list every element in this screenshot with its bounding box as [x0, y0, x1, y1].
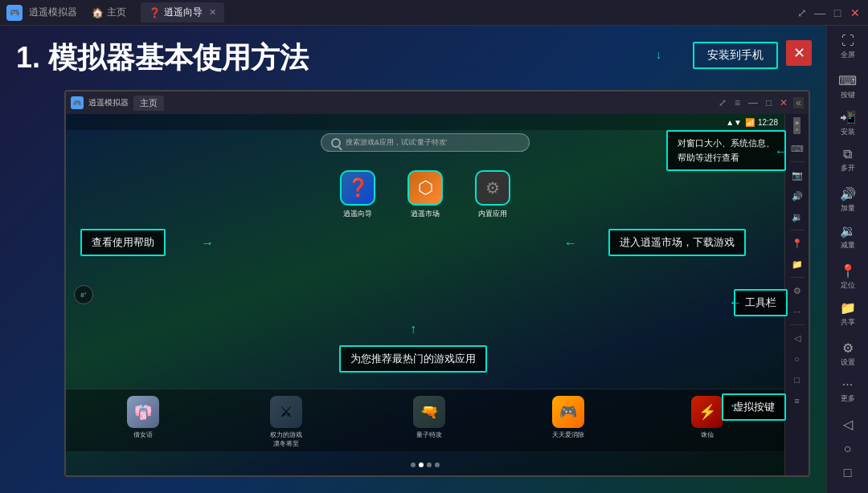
- home-tab-label: 主页: [107, 6, 126, 19]
- emu-title-text: 逍遥模拟器: [88, 97, 129, 108]
- share-icon: 📁: [840, 300, 856, 316]
- fullscreen-btn[interactable]: ⤢: [796, 6, 809, 19]
- rt-keyboard-label: 按键: [841, 90, 855, 100]
- emu-title-bar: 🎮 逍遥模拟器 主页 ⤢ ≡ — □ ✕ «: [66, 92, 809, 114]
- app-icon-guide[interactable]: ❓ 逍遥向导: [340, 170, 375, 219]
- rt-back[interactable]: ◁: [832, 414, 864, 435]
- annotation-recommend: 为您推荐最热门的游戏应用: [339, 345, 487, 373]
- annotation-help: 查看使用帮助: [80, 229, 166, 256]
- arrow-market: ←: [564, 236, 577, 251]
- main-area: 1. 模拟器基本使用方法 安装到手机 ↓ ✕ 🎮 逍遥模拟器 主页 ⤢ ≡ — …: [0, 26, 868, 493]
- close-btn[interactable]: ✕: [849, 6, 862, 19]
- rt-keyboard[interactable]: ⌨ 按键: [832, 70, 864, 104]
- maximize-btn[interactable]: □: [831, 6, 844, 19]
- app-logo: 🎮: [6, 5, 23, 21]
- tab-home[interactable]: 🏠 主页: [84, 2, 134, 22]
- annotation-market: 进入逍遥市场，下载游戏: [608, 229, 746, 256]
- tb-home[interactable]: ○: [788, 349, 807, 369]
- search-icon: [331, 138, 341, 148]
- emu-menu-btn[interactable]: ≡: [732, 97, 743, 108]
- tutorial-close-button[interactable]: ✕: [786, 40, 812, 66]
- rt-fullscreen[interactable]: ⛶ 全屏: [832, 31, 864, 63]
- tb-more[interactable]: ···: [788, 302, 807, 321]
- dot-4: [435, 462, 440, 467]
- guide-tab-close[interactable]: ✕: [209, 7, 216, 18]
- market-icon: ⬡: [407, 170, 443, 206]
- tb-settings[interactable]: ⚙: [788, 281, 807, 300]
- pagination-dots: [411, 462, 440, 467]
- annotation-help-text: 查看使用帮助: [92, 236, 154, 248]
- recents-icon: □: [844, 466, 852, 480]
- rt-menu-nav[interactable]: ≡: [832, 487, 864, 493]
- tb-menu[interactable]: ≡: [788, 391, 807, 410]
- arrow-recommend: ↑: [410, 322, 416, 336]
- guide-icon: ❓: [340, 170, 375, 206]
- vol-down-icon: 🔉: [840, 223, 856, 238]
- arrow-virtual-keys: ←: [729, 398, 742, 413]
- tab-guide[interactable]: ❓ 逍遥向导 ✕: [141, 2, 224, 22]
- rt-multi[interactable]: ⧉ 多开: [832, 144, 864, 177]
- builtin-icon: ⚙: [475, 170, 510, 206]
- rt-more[interactable]: ··· 更多: [832, 374, 864, 407]
- game-label-4: 天天爱消除: [552, 430, 584, 439]
- rec-game-3[interactable]: 🔫 量子特攻: [413, 396, 445, 448]
- rt-settings[interactable]: ⚙ 设置: [832, 337, 864, 371]
- rec-game-2[interactable]: ⚔ 权力的游戏 凛冬将至: [266, 396, 306, 448]
- emu-collapse-btn[interactable]: «: [793, 97, 804, 108]
- settings-icon: ⚙: [842, 340, 854, 356]
- dot-2: [419, 462, 424, 467]
- rec-game-4[interactable]: 🎮 天天爱消除: [552, 396, 584, 448]
- rt-recents-nav[interactable]: □: [832, 462, 864, 483]
- tb-back[interactable]: ◁: [788, 328, 807, 348]
- app-name: 逍遥模拟器: [29, 6, 77, 19]
- emu-resize-btn[interactable]: ⤢: [716, 97, 729, 108]
- tb-vol-down[interactable]: 🔉: [788, 207, 807, 226]
- tb-recents[interactable]: □: [788, 370, 807, 389]
- emu-max-btn[interactable]: □: [764, 97, 774, 108]
- game-label-3: 量子特攻: [416, 430, 442, 439]
- app-icon-builtin[interactable]: ⚙ 内置应用: [475, 170, 510, 219]
- rt-location-label: 定位: [841, 280, 855, 291]
- tutorial-panel: 1. 模拟器基本使用方法 安装到手机 ↓ ✕ 🎮 逍遥模拟器 主页 ⤢ ≡ — …: [0, 26, 826, 493]
- tb-vol-up[interactable]: 🔊: [788, 186, 807, 206]
- rec-game-5[interactable]: ⚡ 诛仙: [691, 396, 723, 448]
- time-display: 12:28: [758, 118, 778, 127]
- tb-screenshot[interactable]: 📷: [788, 165, 807, 185]
- emu-close-btn[interactable]: ✕: [777, 97, 790, 108]
- temperature-badge: 8°: [74, 285, 93, 304]
- toolbar-sep-2: [790, 230, 805, 230]
- rt-install[interactable]: 📲 安装: [832, 107, 864, 141]
- rec-games-row: 👘 倩女语 ⚔ 权力的游戏 凛冬将至 🔫 量子特攻: [66, 396, 784, 448]
- rt-share[interactable]: 📁 共享: [832, 297, 864, 331]
- rt-vol-down-label: 减量: [841, 240, 855, 251]
- tb-folder[interactable]: 📁: [788, 255, 807, 274]
- emu-expand-btn[interactable]: » »: [793, 117, 800, 134]
- dot-3: [427, 462, 432, 467]
- rt-vol-down[interactable]: 🔉 减量: [832, 220, 864, 254]
- tb-location[interactable]: 📍: [788, 234, 807, 253]
- rt-location[interactable]: 📍 定位: [832, 260, 864, 294]
- emu-logo: 🎮: [71, 96, 84, 109]
- vol-up-icon: 🔊: [840, 186, 856, 202]
- tb-keyboard[interactable]: ⌨: [788, 139, 807, 158]
- arrow-window-info: ←: [775, 145, 788, 159]
- keyboard-icon: ⌨: [838, 73, 857, 88]
- window-controls: ⤢ — □ ✕: [796, 6, 862, 19]
- rt-vol-up[interactable]: 🔊 加量: [832, 183, 864, 217]
- emu-search-bar[interactable]: 搜索游戏&应用，试试'量子特攻': [321, 133, 530, 152]
- annotation-toolbar: 工具栏: [734, 289, 788, 316]
- app-icon-market[interactable]: ⬡ 逍遥市场: [407, 170, 443, 219]
- game-label-2: 权力的游戏 凛冬将至: [266, 430, 306, 448]
- arrow-help: →: [201, 236, 214, 251]
- rt-share-label: 共享: [841, 317, 855, 328]
- install-to-phone-button[interactable]: 安装到手机: [693, 42, 778, 69]
- rec-game-1[interactable]: 👘 倩女语: [127, 396, 159, 448]
- rt-home-nav[interactable]: ○: [832, 438, 864, 459]
- rt-vol-up-label: 加量: [841, 203, 855, 214]
- game-icon-5: ⚡: [691, 396, 723, 428]
- emu-main-tab[interactable]: 主页: [133, 96, 164, 111]
- multi-icon: ⧉: [843, 147, 852, 161]
- rt-multi-label: 多开: [841, 163, 855, 173]
- minimize-btn[interactable]: —: [813, 6, 826, 19]
- emu-min-btn[interactable]: —: [746, 97, 760, 108]
